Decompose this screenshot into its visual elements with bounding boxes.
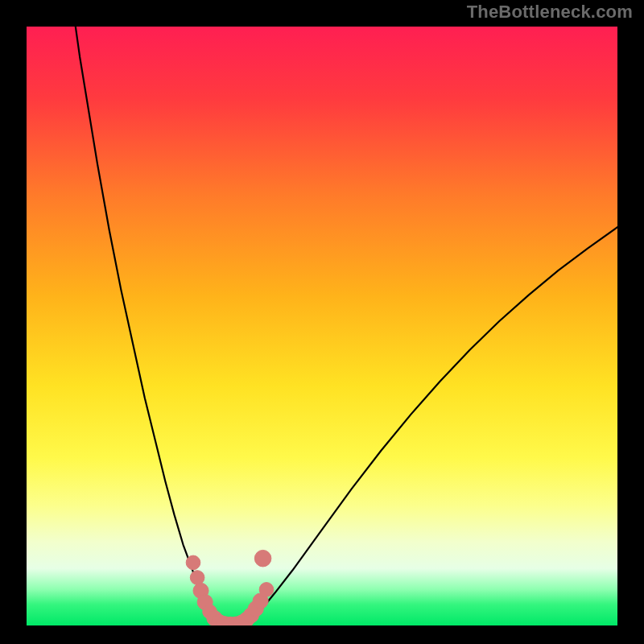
data-marker	[190, 571, 204, 585]
data-marker	[186, 555, 200, 570]
plot-background	[27, 27, 617, 625]
data-marker	[254, 550, 271, 567]
bottleneck-chart	[0, 0, 644, 644]
watermark-text: TheBottleneck.com	[467, 2, 633, 23]
data-marker	[259, 583, 274, 597]
